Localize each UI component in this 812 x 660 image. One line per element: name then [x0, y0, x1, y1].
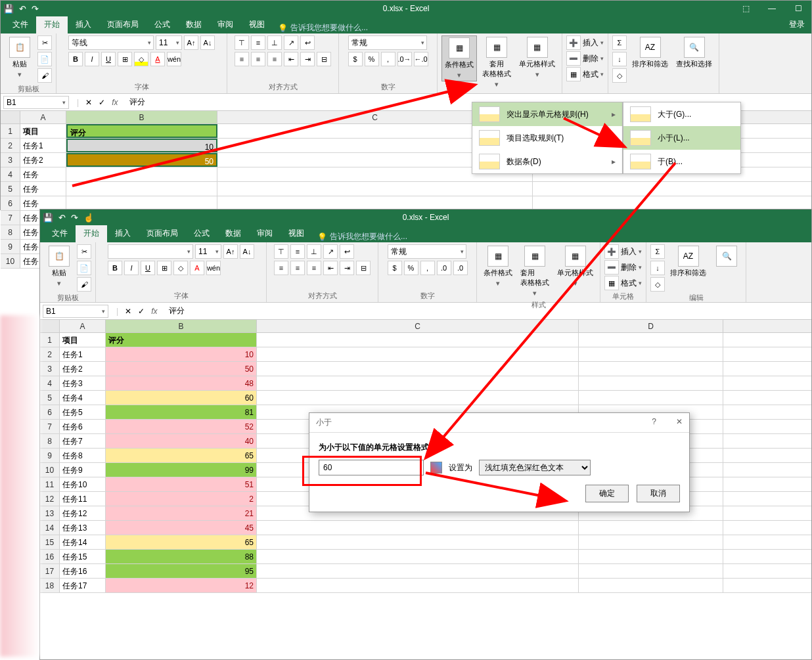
format-cells-button[interactable]: ▦格式▾	[566, 67, 604, 81]
number-format-combo[interactable]: 常规	[388, 244, 466, 259]
font-size-combo[interactable]: 11	[156, 35, 182, 50]
decrease-font-icon[interactable]: A↓	[200, 35, 215, 50]
border-button[interactable]: ⊞	[157, 261, 171, 275]
conditional-format-button[interactable]: ▦条件格式▾	[441, 35, 477, 81]
menu-data-bars[interactable]: 数据条(D)▸	[472, 150, 622, 173]
range-picker-icon[interactable]	[430, 462, 442, 473]
tab-layout[interactable]: 页面布局	[99, 16, 147, 33]
ok-button[interactable]: 确定	[585, 485, 629, 502]
tab-file[interactable]: 文件	[44, 225, 76, 242]
tab-data[interactable]: 数据	[217, 225, 249, 242]
clear-icon[interactable]: ◇	[612, 68, 627, 83]
font-name-combo[interactable]	[108, 244, 193, 259]
font-color-button[interactable]: A	[150, 52, 165, 66]
cut-icon[interactable]: ✂	[77, 244, 91, 259]
format-painter-icon[interactable]: 🖌	[37, 68, 52, 83]
decrease-font-icon[interactable]: A↓	[240, 244, 254, 259]
help-icon[interactable]: ?	[652, 417, 656, 426]
format-as-table-button[interactable]: ▦套用 表格格式▾	[480, 35, 514, 90]
format-painter-icon[interactable]: 🖌	[77, 277, 91, 292]
redo-icon[interactable]: ↷	[71, 213, 78, 223]
dec-decimal-icon[interactable]: ←.0	[414, 52, 428, 66]
bold-button[interactable]: B	[108, 261, 122, 275]
sort-filter-button[interactable]: AZ排序和筛选	[667, 244, 709, 279]
inc-decimal-icon[interactable]: .0→	[397, 52, 412, 66]
merge-icon[interactable]: ⊟	[317, 52, 331, 66]
phonetic-button[interactable]: wén	[167, 52, 181, 66]
tab-layout[interactable]: 页面布局	[139, 225, 186, 242]
find-select-button[interactable]: 🔍	[711, 244, 742, 268]
menu-less-than[interactable]: 小于(L)...	[623, 126, 740, 150]
underline-button[interactable]: U	[101, 52, 116, 66]
fill-color-button[interactable]: ◇	[134, 52, 148, 66]
align-bottom-icon[interactable]: ⊥	[267, 35, 282, 50]
tab-file[interactable]: 文件	[5, 16, 36, 33]
name-box[interactable]: B1▾	[3, 96, 69, 109]
format-as-table-button[interactable]: ▦套用 表格格式▾	[518, 244, 552, 299]
indent-inc-icon[interactable]: ⇥	[300, 52, 315, 66]
minimize-icon[interactable]: —	[759, 1, 785, 16]
tab-insert[interactable]: 插入	[107, 225, 139, 242]
tab-review[interactable]: 审阅	[249, 225, 281, 242]
copy-icon[interactable]: 📄	[77, 261, 91, 275]
currency-icon[interactable]: $	[348, 52, 363, 66]
maximize-icon[interactable]: ☐	[785, 1, 811, 16]
find-select-button[interactable]: 🔍查找和选择	[673, 35, 715, 70]
font-color-button[interactable]: A	[190, 261, 204, 275]
copy-icon[interactable]: 📄	[37, 52, 52, 66]
menu-top-bottom-rules[interactable]: 项目选取规则(T)▸	[472, 126, 622, 150]
tab-view[interactable]: 视图	[241, 16, 273, 33]
tab-home[interactable]: 开始	[76, 225, 107, 242]
paste-button[interactable]: 📋粘贴▾	[5, 35, 35, 80]
delete-cells-button[interactable]: ➖删除▾	[566, 51, 604, 66]
phonetic-button[interactable]: wén	[206, 261, 221, 275]
undo-icon[interactable]: ↶	[19, 4, 26, 14]
align-top-icon[interactable]: ⊤	[235, 35, 249, 50]
conditional-format-button[interactable]: ▦条件格式▾	[481, 244, 515, 289]
cancel-button[interactable]: 取消	[637, 485, 680, 502]
orientation-icon[interactable]: ↗	[284, 35, 298, 50]
cell-styles-button[interactable]: ▦单元格样式▾	[516, 35, 558, 80]
tab-insert[interactable]: 插入	[68, 16, 99, 33]
border-button[interactable]: ⊞	[118, 52, 132, 66]
paste-button[interactable]: 📋粘贴▾	[44, 244, 74, 289]
menu-highlight-rules[interactable]: 突出显示单元格规则(H)▸	[472, 102, 622, 126]
undo-icon[interactable]: ↶	[58, 213, 66, 223]
tell-me[interactable]: 💡告诉我您想要做什么...	[278, 22, 368, 33]
tab-formula[interactable]: 公式	[147, 16, 178, 33]
insert-cells-button[interactable]: ➕插入▾	[566, 35, 604, 50]
align-center-icon[interactable]: ≡	[251, 52, 265, 66]
underline-button[interactable]: U	[141, 261, 155, 275]
fill-color-button[interactable]: ◇	[173, 261, 188, 275]
italic-button[interactable]: I	[85, 52, 99, 66]
menu-greater-than[interactable]: 大于(G)...	[623, 102, 740, 126]
name-box[interactable]: B1▾	[43, 305, 108, 318]
delete-cells-button[interactable]: ➖删除▾	[604, 260, 642, 275]
login-link[interactable]: 登录	[782, 16, 811, 33]
save-icon[interactable]: 💾	[3, 4, 14, 14]
cut-icon[interactable]: ✂	[37, 35, 52, 50]
tab-review[interactable]: 审阅	[210, 16, 241, 33]
tab-data[interactable]: 数据	[178, 16, 210, 33]
sort-filter-button[interactable]: AZ排序和筛选	[629, 35, 671, 70]
tab-view[interactable]: 视图	[281, 225, 312, 242]
format-cells-button[interactable]: ▦格式▾	[604, 276, 642, 290]
format-preset-select[interactable]: 浅红填充色深红色文本	[479, 460, 591, 475]
redo-icon[interactable]: ↷	[32, 4, 39, 14]
threshold-input[interactable]	[319, 460, 424, 475]
increase-font-icon[interactable]: A↑	[184, 35, 198, 50]
touch-mode-icon[interactable]: ☝	[83, 213, 94, 223]
fill-icon[interactable]: ↓	[612, 52, 627, 66]
ribbon-options-icon[interactable]: ⬚	[733, 1, 759, 16]
insert-cells-button[interactable]: ➕插入▾	[604, 244, 642, 259]
font-name-combo[interactable]: 等线	[68, 35, 154, 50]
autosum-icon[interactable]: Σ	[612, 35, 627, 50]
percent-icon[interactable]: %	[365, 52, 379, 66]
align-right-icon[interactable]: ≡	[267, 52, 282, 66]
number-format-combo[interactable]: 常规	[348, 35, 427, 50]
tab-home[interactable]: 开始	[36, 16, 68, 33]
indent-dec-icon[interactable]: ⇤	[284, 52, 298, 66]
tab-formula[interactable]: 公式	[186, 225, 217, 242]
bold-button[interactable]: B	[68, 52, 83, 66]
save-icon[interactable]: 💾	[43, 213, 53, 223]
